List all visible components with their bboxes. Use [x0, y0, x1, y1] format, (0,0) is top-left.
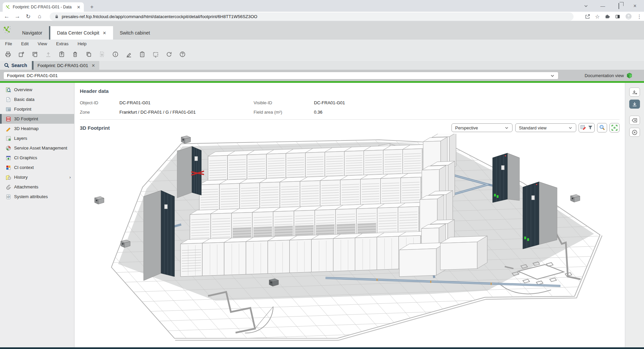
upload-icon	[44, 50, 52, 58]
home-icon[interactable]: ⌂	[35, 12, 44, 21]
sidebar-item-system-attributes[interactable]: @System attributes	[0, 192, 74, 201]
sidebar-item-history[interactable]: History›	[0, 172, 74, 182]
copy-icon[interactable]	[85, 50, 93, 58]
ci-graphics-icon	[6, 155, 11, 161]
browser-url-row: ← → ↻ ⌂ presales-ref.fcp.fntcloud.de/app…	[0, 12, 644, 21]
chevron-right-icon: ›	[69, 175, 71, 180]
edit-filter-button[interactable]	[579, 123, 595, 132]
fit-view-button[interactable]	[609, 123, 620, 132]
sidebar-item-footprint[interactable]: Footprint	[0, 104, 74, 114]
share-icon[interactable]	[585, 14, 590, 19]
ci-context-icon	[6, 165, 11, 170]
projection-dropdown[interactable]: Perspective	[451, 123, 513, 132]
footprint-document-tab[interactable]: Footprint: DC-FRA01-G01 ✕	[32, 61, 99, 70]
export-download-button[interactable]	[629, 100, 640, 109]
sidebar-item-label: Attachments	[14, 184, 74, 189]
crac-unit-right-2[interactable]	[523, 182, 557, 249]
sidebar-item-service-asset-management[interactable]: Service Asset Management	[0, 143, 74, 153]
forward-icon[interactable]: →	[13, 12, 22, 21]
app-tab-switch-cabinet[interactable]: Switch cabinet	[113, 26, 157, 40]
object-selector-row: Footprint: DC-FRA01-G01 Documentation vi…	[0, 70, 644, 81]
export-remove-button[interactable]	[629, 88, 640, 97]
doc-tab-close-icon[interactable]: ✕	[92, 63, 95, 68]
browser-tab[interactable]: Footprint: DC-FRA01-G01 - Data ✕	[3, 2, 84, 12]
help-icon[interactable]	[178, 50, 186, 58]
side-panel-icon[interactable]	[615, 14, 621, 19]
sidebar-item-overview[interactable]: Overview	[0, 85, 74, 95]
window-restore-icon[interactable]	[616, 3, 622, 9]
app-tab-close-icon[interactable]: ✕	[103, 31, 106, 36]
tab-close-icon[interactable]: ✕	[76, 5, 81, 10]
back-icon[interactable]: ←	[2, 12, 11, 21]
sensor-box[interactable]	[121, 240, 130, 248]
document-tab-row: Search Footprint: DC-FRA01-G01 ✕	[0, 61, 644, 70]
sensor-box[interactable]	[181, 136, 191, 143]
field-label: Object-ID	[80, 100, 119, 105]
menu-help[interactable]: Help	[77, 41, 87, 46]
extensions-puzzle-icon[interactable]	[604, 14, 610, 19]
search-tab[interactable]: Search	[0, 61, 32, 70]
crac-unit-left-1[interactable]	[177, 147, 201, 198]
profile-avatar[interactable]	[625, 13, 632, 20]
3d-scene-canvas[interactable]	[74, 134, 625, 347]
sensor-box[interactable]	[269, 279, 278, 286]
sidebar-item-ci-context[interactable]: CI context	[0, 163, 74, 172]
field-value: 0.36	[314, 110, 620, 115]
window-close-icon[interactable]: ×	[632, 3, 638, 9]
clipboard-icon[interactable]	[138, 50, 146, 58]
app-tab-label: Switch cabinet	[120, 30, 150, 36]
edit-icon[interactable]	[125, 50, 133, 58]
sidebar-item-attachments[interactable]: Attachments	[0, 182, 74, 192]
delete-icon[interactable]	[71, 50, 79, 58]
footprint-3d-icon	[6, 116, 11, 122]
lock-icon	[54, 14, 59, 19]
sidebar-item-label: Footprint	[14, 107, 74, 112]
view-dropdown[interactable]: Standard view	[515, 123, 576, 132]
import-icon[interactable]	[58, 50, 66, 58]
close-view-button[interactable]	[629, 128, 640, 137]
url-text: presales-ref.fcp.fntcloud.de/app/command…	[62, 14, 257, 19]
menu-view[interactable]: View	[38, 41, 47, 46]
clear-selection-button[interactable]	[629, 116, 640, 125]
filter-funnel-icon	[588, 124, 593, 131]
footprint-selector-dropdown[interactable]: Footprint: DC-FRA01-G01	[3, 72, 558, 79]
window-chevron-icon[interactable]	[584, 4, 590, 8]
header-fields: Object-IDDC-FRA01-G01Visible-IDDC-FRA01-…	[80, 100, 620, 115]
info-icon[interactable]	[111, 50, 119, 58]
sensor-box[interactable]	[571, 194, 580, 202]
kebab-menu-icon[interactable]: ⋮	[637, 13, 642, 20]
snapshot-icon[interactable]	[152, 50, 160, 58]
app-tab-navigator[interactable]: Navigator	[15, 26, 49, 40]
window-minimize-icon[interactable]: —	[600, 3, 606, 9]
crac-unit-right-1[interactable]	[493, 153, 520, 202]
app-tab-data-center-cockpit[interactable]: Data Center Cockpit✕	[49, 26, 113, 40]
app-tab-bar: NavigatorData Center Cockpit✕Switch cabi…	[0, 21, 644, 40]
sidebar-item-basic-data[interactable]: Basic data	[0, 95, 74, 104]
sidebar-item-label: CI context	[14, 165, 74, 170]
menu-extras[interactable]: Extras	[56, 41, 68, 46]
sidebar-item-ci-graphics[interactable]: CI Graphics	[0, 153, 74, 163]
address-bar[interactable]: presales-ref.fcp.fntcloud.de/app/command…	[50, 12, 574, 21]
crac-unit-left-2[interactable]	[144, 190, 174, 281]
add-new-icon[interactable]	[17, 50, 25, 58]
field-label: Visible-ID	[254, 100, 314, 105]
main-panel: Header data Object-IDDC-FRA01-G01Visible…	[74, 83, 625, 347]
copy-add-icon[interactable]	[31, 50, 39, 58]
documentation-view-indicator[interactable]: Documentation view	[585, 72, 633, 79]
search-label: Search	[11, 63, 27, 68]
refresh-icon[interactable]	[165, 50, 173, 58]
sidebar-item-label: Layers	[14, 136, 74, 141]
sidebar-item-3d-footprint[interactable]: 3D Footprint	[0, 114, 74, 124]
sidebar-item-3d-heatmap[interactable]: 3D Heatmap	[0, 124, 74, 133]
reload-icon[interactable]: ↻	[23, 12, 33, 21]
attachments-icon	[6, 184, 11, 190]
print-icon[interactable]	[4, 50, 12, 58]
new-tab-button[interactable]: +	[88, 3, 96, 11]
browser-tab-title: Footprint: DC-FRA01-G01 - Data	[13, 5, 74, 9]
sensor-box[interactable]	[95, 196, 104, 204]
menu-file[interactable]: File	[5, 41, 12, 46]
menu-edit[interactable]: Edit	[21, 41, 29, 46]
zoom-search-button[interactable]	[597, 123, 607, 132]
bookmark-star-icon[interactable]: ☆	[595, 13, 600, 20]
sidebar-item-layers[interactable]: Layers	[0, 133, 74, 143]
